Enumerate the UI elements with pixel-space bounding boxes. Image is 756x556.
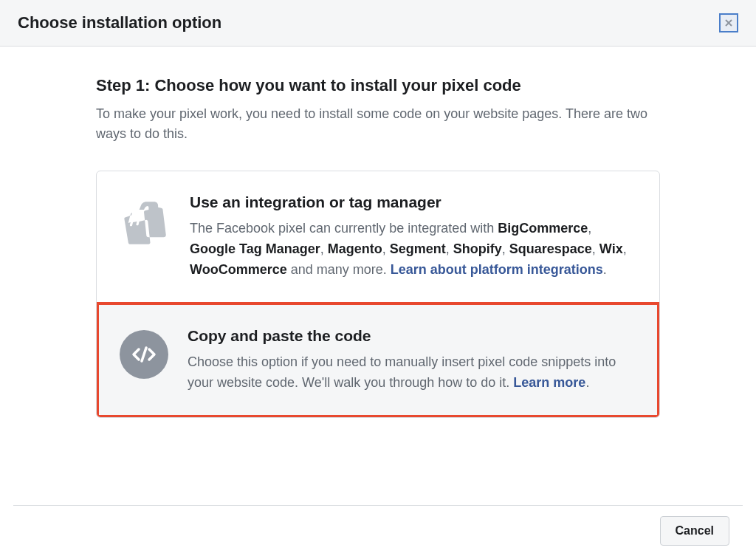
learn-more-link[interactable]: Learn more (513, 375, 585, 390)
option-integration[interactable]: Use an integration or tag manager The Fa… (97, 171, 659, 303)
option-manual[interactable]: Copy and paste the code Choose this opti… (96, 302, 660, 419)
option-manual-title: Copy and paste the code (188, 327, 636, 345)
option-integration-text: The Facebook pixel can currently be inte… (190, 219, 639, 281)
shopping-bag-icon (117, 196, 171, 250)
svg-line-0 (142, 348, 146, 361)
modal-title: Choose installation option (18, 13, 221, 32)
step-title: Step 1: Choose how you want to install y… (96, 76, 660, 95)
close-icon (723, 17, 735, 29)
cancel-button[interactable]: Cancel (660, 516, 729, 546)
modal-header: Choose installation option (0, 0, 756, 47)
option-integration-content: Use an integration or tag manager The Fa… (190, 193, 639, 281)
option-manual-text: Choose this option if you need to manual… (188, 352, 636, 394)
option-manual-content: Copy and paste the code Choose this opti… (188, 327, 636, 394)
code-icon (120, 330, 168, 379)
option-integration-title: Use an integration or tag manager (190, 193, 639, 211)
modal-content: Step 1: Choose how you want to install y… (0, 47, 756, 433)
step-description: To make your pixel work, you need to ins… (96, 104, 660, 144)
learn-integrations-link[interactable]: Learn about platform integrations (391, 262, 603, 277)
close-button[interactable] (719, 13, 738, 32)
options-container: Use an integration or tag manager The Fa… (96, 171, 660, 418)
modal-footer: Cancel (13, 505, 743, 556)
